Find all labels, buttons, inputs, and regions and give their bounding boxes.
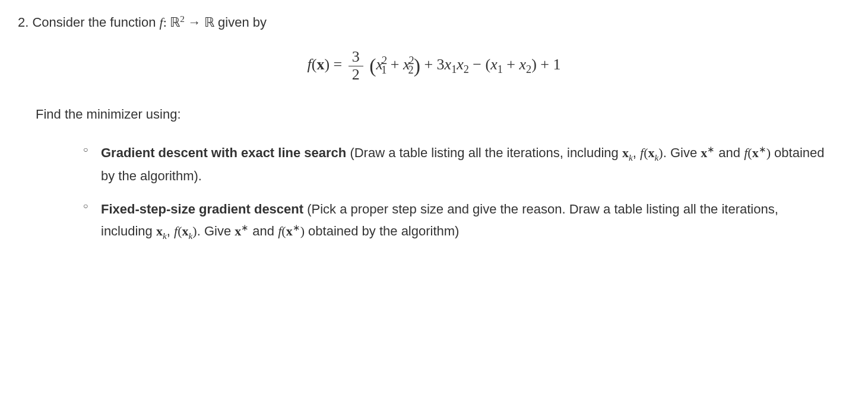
method-title: Gradient descent with exact line search — [101, 145, 346, 160]
codomain-R: ℝ — [204, 15, 214, 30]
eq-x: x — [316, 56, 324, 73]
list-item: Fixed-step-size gradient descent (Pick a… — [83, 198, 826, 244]
text-mid: . Give — [663, 145, 701, 160]
comma: , — [633, 145, 640, 160]
eq-x1b: x — [445, 56, 452, 73]
domain-R: ℝ — [170, 15, 180, 30]
eq-plus4: + 1 — [537, 56, 561, 73]
text-mid: . Give — [197, 224, 235, 239]
fxstar-sup: ∗ — [293, 222, 300, 232]
domain-sup: 2 — [180, 14, 185, 24]
xk-sub: k — [629, 152, 633, 162]
xk: x — [156, 224, 163, 239]
eq-rparen3: ) — [531, 56, 537, 73]
fxk-rp: ) — [192, 224, 197, 239]
eq-fraction: 32 — [349, 49, 363, 83]
eq-x2c: x — [519, 56, 527, 73]
fxstar-lp: ( — [281, 224, 286, 239]
eq-x1c-sub: 1 — [498, 64, 503, 76]
eq-x2b: x — [457, 56, 464, 73]
colon: : — [163, 15, 170, 30]
and-text: and — [249, 224, 278, 239]
eq-x2b-sub: 2 — [464, 64, 469, 76]
frac-den: 2 — [349, 66, 363, 84]
method-list: Gradient descent with exact line search … — [83, 142, 826, 244]
xstar-sup: ∗ — [707, 144, 715, 154]
text-suffix: obtained by the algorithm) — [305, 224, 460, 239]
eq-x2-sub: 2 — [408, 64, 414, 76]
problem-number: 2. — [18, 15, 28, 30]
eq-minus: − — [469, 56, 486, 73]
fxk-rp: ) — [658, 145, 663, 160]
eq-x1-sub: 1 — [381, 64, 387, 76]
xk: x — [622, 145, 629, 160]
eq-rparen: ) — [324, 56, 330, 73]
comma: , — [167, 224, 174, 239]
eq-plus2: + 3 — [420, 56, 445, 73]
equation-display: f(x) = 32 (x21 + x22) + 3x1x2 − (x1 + x2… — [18, 49, 850, 83]
method-title: Fixed-step-size gradient descent — [101, 202, 303, 216]
eq-x2c-sub: 2 — [526, 64, 531, 76]
fxstar-rp: ) — [766, 145, 771, 160]
eq-plus1: + — [387, 56, 403, 73]
fxstar-rp: ) — [300, 224, 305, 239]
eq-x1b-sub: 1 — [451, 64, 457, 76]
xstar: x — [701, 145, 707, 160]
eq-plus3: + — [503, 56, 519, 73]
fxstar-lp: ( — [747, 145, 752, 160]
fxstar-x: x — [752, 145, 759, 160]
intro-text-prefix: Consider the function — [32, 15, 159, 30]
text-prefix: (Draw a table listing all the iterations… — [346, 145, 622, 160]
eq-x1c: x — [490, 56, 498, 73]
problem-statement: 2. Consider the function f: ℝ2 → ℝ given… — [18, 12, 850, 32]
fxk-x: x — [182, 224, 188, 239]
and-text: and — [715, 145, 744, 160]
xstar: x — [235, 224, 241, 239]
fxk-x: x — [648, 145, 654, 160]
eq-equals: = — [330, 56, 346, 73]
xstar-sup: ∗ — [241, 222, 249, 232]
eq-lparen3: ( — [486, 56, 491, 73]
xk-sub: k — [163, 231, 167, 241]
fxstar-sup: ∗ — [759, 144, 766, 154]
arrow: → — [185, 15, 204, 30]
fxstar-x: x — [286, 224, 293, 239]
instruction-text: Find the minimizer using: — [36, 104, 850, 124]
big-rparen1: ) — [414, 55, 420, 76]
intro-text-suffix: given by — [218, 15, 267, 30]
eq-f: f — [307, 56, 311, 73]
frac-num: 3 — [349, 49, 363, 66]
list-item: Gradient descent with exact line search … — [83, 142, 826, 187]
big-lparen1: ( — [369, 55, 376, 76]
